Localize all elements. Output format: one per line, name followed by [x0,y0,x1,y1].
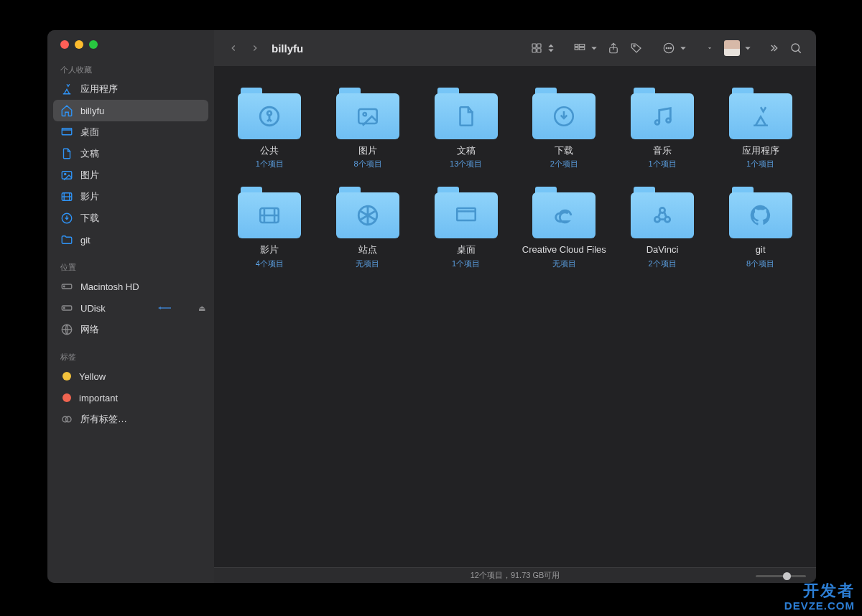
folder-item[interactable]: 音乐 1个项目 [618,88,707,169]
share-icon [607,42,620,55]
watermark-en: DEVZE.COM [784,600,855,612]
folder-item[interactable]: DaVinci 2个项目 [618,187,707,269]
folder-item[interactable]: 公共 1个项目 [226,88,314,169]
folder-icon [60,233,73,246]
window-title: billyfu [272,42,303,55]
svg-point-47 [659,208,664,213]
ellipsis-circle-icon [662,42,675,55]
sidebar-item-location[interactable]: 网络 [47,319,214,340]
sidebar-item-label: important [79,393,118,403]
svg-point-29 [668,47,669,49]
folder-item[interactable]: 站点 无项目 [324,187,412,269]
sidebar-item-location[interactable]: UDisk⏏ [47,297,214,319]
sidebar-tag[interactable]: Yellow [47,365,214,387]
main-pane: billyfu 公 [214,30,816,583]
tag-dot-icon [62,372,71,381]
svg-rect-18 [537,44,541,47]
sidebar-item-favorite[interactable]: git [47,229,214,251]
all-tags-icon [60,413,73,426]
sidebar-item-favorite[interactable]: 下载 [47,207,214,229]
folder-item[interactable]: git 8个项目 [716,187,805,269]
sidebar-item-label: 网络 [80,323,99,336]
svg-point-34 [267,111,272,116]
folder-icon [631,187,694,238]
tag-icon [630,42,643,55]
sidebar-all-tags[interactable]: 所有标签… [47,409,214,430]
folder-subtitle: 1个项目 [452,258,480,269]
overflow-button[interactable] [764,38,783,58]
folder-name: 音乐 [653,145,672,157]
favorites-header: 个人收藏 [47,60,214,78]
folder-item[interactable]: 桌面 1个项目 [422,187,510,269]
group-by[interactable] [573,42,601,55]
back-button[interactable] [224,38,243,58]
arrange-menu[interactable] [703,38,717,58]
sidebar: 个人收藏 应用程序billyfu桌面文稿图片影片下载git 位置 Macinto… [47,30,214,583]
folder-icon [435,187,498,238]
content-area[interactable]: 公共 1个项目 图片 8个项目 文稿 13个项目 下载 2个项目 音乐 1个项目… [214,66,816,567]
sidebar-item-favorite[interactable]: 应用程序 [47,78,214,100]
svg-point-12 [64,307,65,309]
folder-name: 站点 [358,244,377,256]
sidebar-item-favorite[interactable]: 文稿 [47,143,214,164]
folder-name: 桌面 [457,244,476,256]
folder-subtitle: 2个项目 [648,258,676,269]
svg-rect-23 [579,45,585,47]
sidebar-item-favorite[interactable]: billyfu [53,100,208,121]
sidebar-tag[interactable]: important [47,387,214,409]
finder-window: 个人收藏 应用程序billyfu桌面文稿图片影片下载git 位置 Macinto… [47,30,816,583]
chevron-updown-icon [544,42,557,55]
sidebar-item-favorite[interactable]: 图片 [47,164,214,186]
eject-icon[interactable]: ⏏ [198,304,205,313]
sidebar-item-location[interactable]: Macintosh HD [47,276,214,297]
sidebar-item-favorite[interactable]: 桌面 [47,121,214,143]
minimize-window-button[interactable] [75,40,83,49]
tags-button[interactable] [626,38,646,58]
svg-rect-19 [532,49,536,52]
chevron-left-icon [228,43,238,53]
folder-name: 文稿 [457,145,476,157]
folder-icon [532,187,595,238]
sidebar-item-label: 下载 [80,212,99,225]
sidebar-item-favorite[interactable]: 影片 [47,186,214,207]
disk-icon [60,280,73,293]
svg-point-38 [655,121,659,125]
action-menu[interactable] [662,42,690,55]
folder-item[interactable]: 文稿 13个项目 [422,88,510,169]
search-icon [789,42,802,55]
folder-icon [435,88,498,139]
user-menu[interactable] [724,40,754,56]
forward-button[interactable] [246,38,264,58]
tag-dot-icon [62,393,71,402]
folder-item[interactable]: Creative Cloud Files 无项目 [520,187,608,269]
close-window-button[interactable] [60,40,69,49]
svg-point-10 [64,286,65,287]
folder-icon [631,88,694,139]
avatar-icon [724,40,740,56]
svg-marker-13 [158,307,171,309]
chevron-down-icon [588,42,601,55]
folder-subtitle: 4个项目 [256,258,284,269]
icon-size-slider[interactable] [756,572,806,579]
folder-name: Creative Cloud Files [522,244,606,256]
zoom-window-button[interactable] [89,40,98,49]
traffic-lights [47,40,214,60]
share-button[interactable] [603,38,624,58]
svg-rect-45 [457,208,476,220]
folder-icon [729,88,792,139]
sidebar-item-label: git [80,235,91,246]
folder-item[interactable]: 影片 4个项目 [226,187,314,269]
folder-item[interactable]: 应用程序 1个项目 [716,88,805,169]
tags-header: 标签 [47,347,214,365]
locations-header: 位置 [47,258,214,276]
sidebar-item-label: Yellow [79,371,106,382]
status-bar: 12个项目，91.73 GB可用 [214,567,816,583]
chevron-down-icon [677,42,690,55]
sidebar-item-label: UDisk [80,303,106,314]
view-switcher[interactable] [530,42,557,55]
search-button[interactable] [786,38,806,58]
svg-point-31 [792,44,800,52]
chevron-right-icon [250,43,260,53]
folder-item[interactable]: 图片 8个项目 [324,88,412,169]
folder-item[interactable]: 下载 2个项目 [520,88,608,169]
